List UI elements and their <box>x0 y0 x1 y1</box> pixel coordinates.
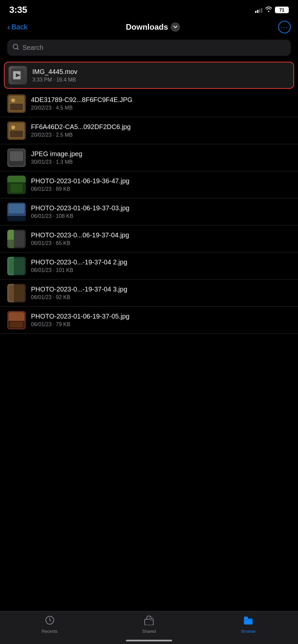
back-chevron-icon: ‹ <box>7 22 10 32</box>
list-item[interactable]: IMG_4445.mov 3:33 PM · 16.4 MB <box>4 62 294 89</box>
search-container: Search <box>0 38 298 60</box>
list-item[interactable]: PHOTO-2023-01-06-19-37-03.jpg 06/01/23 ·… <box>0 198 298 225</box>
file-meta: 20/02/23 · 2.5 MB <box>31 132 291 138</box>
file-name: PHOTO-2023-0...06-19-37-04.jpg <box>31 231 291 239</box>
tab-browse[interactable]: Browse <box>199 615 298 634</box>
svg-rect-23 <box>9 204 24 213</box>
file-thumbnail <box>7 284 26 302</box>
list-item[interactable]: PHOTO-2023-0...-19-37-04 2.jpg 06/01/23 … <box>0 253 298 280</box>
shared-icon <box>144 615 154 627</box>
file-thumbnail <box>7 176 26 194</box>
file-meta: 06/01/23 · 89 KB <box>31 186 291 192</box>
svg-rect-42 <box>244 619 253 625</box>
tab-shared[interactable]: Shared <box>99 615 198 634</box>
list-item[interactable]: PHOTO-2023-01-06-19-36-47.jpg 06/01/23 ·… <box>0 171 298 198</box>
file-thumbnail <box>7 149 26 167</box>
status-time: 3:35 <box>9 5 27 15</box>
nav-title-container: Downloads <box>126 22 180 32</box>
svg-point-7 <box>11 98 15 102</box>
recents-icon <box>45 615 55 627</box>
wifi-icon <box>265 7 272 14</box>
file-info: PHOTO-2023-0...-19-37-04 3.jpg 06/01/23 … <box>26 286 291 300</box>
svg-rect-38 <box>10 322 23 327</box>
file-info: PHOTO-2023-0...-19-37-04 2.jpg 06/01/23 … <box>26 258 291 273</box>
file-meta: 06/01/23 · 65 KB <box>31 240 291 246</box>
list-item[interactable]: FF6A46D2-CA5...092DF2DC6.jpg 20/02/23 · … <box>0 117 298 144</box>
list-item[interactable]: PHOTO-2023-0...06-19-37-04.jpg 06/01/23 … <box>0 225 298 253</box>
file-meta: 20/02/23 · 4.5 MB <box>31 105 291 111</box>
list-item[interactable]: PHOTO-2023-0...-19-37-04 3.jpg 06/01/23 … <box>0 280 298 307</box>
svg-rect-8 <box>10 104 23 110</box>
status-bar: 3:35 71 <box>0 0 298 18</box>
search-bar[interactable]: Search <box>7 40 291 56</box>
back-button[interactable]: ‹ Back <box>7 22 28 32</box>
file-thumbnail <box>7 121 26 140</box>
page-title: Downloads <box>126 22 168 32</box>
file-info: PHOTO-2023-01-06-19-37-03.jpg 06/01/23 ·… <box>26 204 291 219</box>
svg-rect-15 <box>10 151 23 161</box>
file-thumbnail <box>9 66 27 85</box>
file-info: PHOTO-2023-0...06-19-37-04.jpg 06/01/23 … <box>26 231 291 246</box>
tab-bar: Recents Shared Browse <box>0 611 298 644</box>
file-name: JPEG image.jpeg <box>31 150 291 158</box>
file-name: 4DE31789-C92...8F6FC9F4E.JPG <box>31 96 291 104</box>
file-name: PHOTO-2023-0...-19-37-04 3.jpg <box>31 286 291 293</box>
more-button[interactable]: ··· <box>278 21 291 33</box>
search-icon <box>13 44 19 52</box>
svg-rect-31 <box>9 258 24 274</box>
file-thumbnail <box>7 311 26 329</box>
svg-rect-28 <box>7 230 14 240</box>
back-label: Back <box>12 23 28 31</box>
list-item[interactable]: JPEG image.jpeg 30/01/23 · 1.3 MB <box>0 144 298 171</box>
file-meta: 06/01/23 · 92 KB <box>31 294 291 300</box>
status-icons: 71 <box>255 7 289 14</box>
tab-recents[interactable]: Recents <box>0 615 99 634</box>
title-chevron-icon[interactable] <box>171 22 180 32</box>
svg-rect-24 <box>7 216 26 221</box>
file-list: IMG_4445.mov 3:33 PM · 16.4 MB 4DE31789-… <box>0 62 298 334</box>
svg-rect-16 <box>10 161 23 164</box>
file-thumbnail <box>7 94 26 113</box>
file-meta: 06/01/23 · 79 KB <box>31 322 291 327</box>
list-item[interactable]: PHOTO-2023-01-06-19-37-05.jpg 06/01/23 ·… <box>0 307 298 334</box>
file-name: PHOTO-2023-01-06-19-36-47.jpg <box>31 177 291 185</box>
battery-icon: 71 <box>275 7 289 13</box>
svg-rect-43 <box>244 617 248 619</box>
svg-rect-12 <box>10 131 23 137</box>
list-item[interactable]: 4DE31789-C92...8F6FC9F4E.JPG 20/02/23 · … <box>0 90 298 117</box>
tab-browse-label: Browse <box>241 629 255 634</box>
file-meta: 06/01/23 · 101 KB <box>31 267 291 273</box>
file-name: PHOTO-2023-0...-19-37-04 2.jpg <box>31 258 291 266</box>
file-thumbnail <box>7 230 26 248</box>
file-info: IMG_4445.mov 3:33 PM · 16.4 MB <box>27 68 289 83</box>
tab-shared-label: Shared <box>142 629 156 634</box>
tab-recents-label: Recents <box>42 629 58 634</box>
svg-rect-34 <box>9 285 24 301</box>
search-placeholder: Search <box>22 44 43 51</box>
file-thumbnail <box>7 203 26 221</box>
file-meta: 3:33 PM · 16.4 MB <box>32 77 289 83</box>
file-info: JPEG image.jpeg 30/01/23 · 1.3 MB <box>26 150 291 165</box>
svg-rect-20 <box>11 184 22 192</box>
file-info: PHOTO-2023-01-06-19-36-47.jpg 06/01/23 ·… <box>26 177 291 192</box>
signal-icon <box>255 7 262 13</box>
file-info: FF6A46D2-CA5...092DF2DC6.jpg 20/02/23 · … <box>26 123 291 138</box>
browse-icon <box>243 615 253 627</box>
nav-bar: ‹ Back Downloads ··· <box>0 18 298 38</box>
file-name: IMG_4445.mov <box>32 68 289 76</box>
file-name: PHOTO-2023-01-06-19-37-03.jpg <box>31 204 291 212</box>
file-meta: 30/01/23 · 1.3 MB <box>31 159 291 165</box>
file-name: FF6A46D2-CA5...092DF2DC6.jpg <box>31 123 291 131</box>
file-name: PHOTO-2023-01-06-19-37-05.jpg <box>31 313 291 320</box>
file-meta: 06/01/23 · 108 KB <box>31 213 291 219</box>
home-indicator <box>126 640 172 641</box>
file-info: 4DE31789-C92...8F6FC9F4E.JPG 20/02/23 · … <box>26 96 291 111</box>
file-info: PHOTO-2023-01-06-19-37-05.jpg 06/01/23 ·… <box>26 313 291 327</box>
file-thumbnail <box>7 257 26 275</box>
svg-point-11 <box>11 125 15 129</box>
